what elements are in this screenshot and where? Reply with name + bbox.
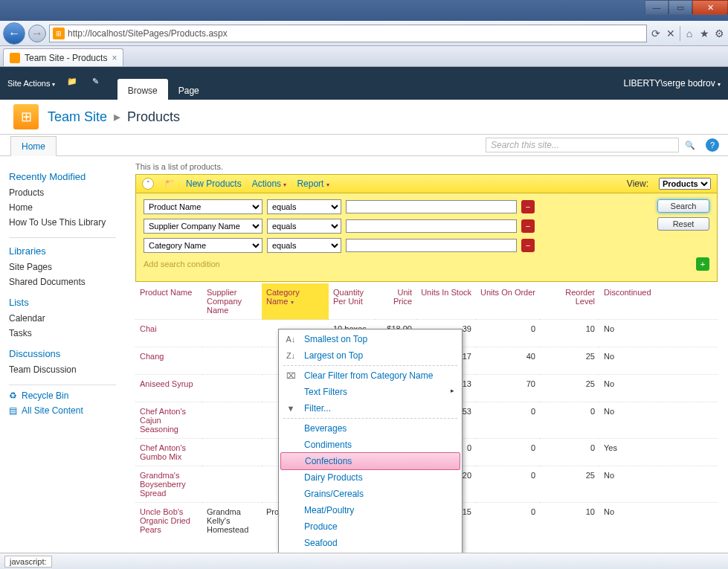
close-button[interactable]: ✕ [692,0,728,15]
add-filter-icon[interactable]: + [696,257,709,271]
tab-browse[interactable]: Browse [117,79,168,100]
col-supplier[interactable]: Supplier Company Name [202,283,262,320]
filter-field-select[interactable]: Supplier Company Name [144,219,262,234]
filter-value-input[interactable] [346,200,517,213]
favorites-icon[interactable]: ★ [698,28,710,39]
sidebar-item[interactable]: Products [9,185,116,200]
col-disc[interactable]: Discontinued [599,283,718,320]
sidebar-item[interactable]: Shared Documents [9,274,116,289]
sidebar-item[interactable]: How To Use This Library [9,215,116,230]
menu-category-item[interactable]: Produce [279,518,462,535]
col-qpu[interactable]: Quantity Per Unit [329,283,375,320]
menu-text-filters[interactable]: Text Filters▸ [279,384,462,400]
breadcrumb: Team Site ▸ Products [48,109,180,125]
home-icon[interactable]: ⌂ [683,28,695,39]
menu-category-item[interactable]: Beverages [279,420,462,437]
site-logo-icon[interactable]: ⊞ [13,104,39,129]
menu-category-item[interactable]: Confections [280,452,460,470]
sort-desc-icon: Z↓ [285,350,297,361]
sharepoint-ribbon: Site Actions 📁 ✎ Browse Page LIBERTY\ser… [0,67,728,100]
forward-button[interactable]: → [28,25,46,42]
menu-category-item[interactable]: Condiments [279,437,462,453]
tab-title: Team Site - Products [25,53,107,63]
remove-filter-icon[interactable]: − [521,239,535,252]
filter-value-input[interactable] [346,219,517,233]
cell-name[interactable]: Chef Anton's Cajun Seasoning [135,402,202,439]
tools-icon[interactable]: ⚙ [713,28,725,39]
recent-header: Recently Modified [9,171,116,182]
filter-field-select[interactable]: Category Name [144,238,262,253]
tab-close-icon[interactable]: × [112,53,117,63]
navigate-up-icon[interactable]: 📁 [67,77,80,90]
menu-category-item[interactable]: Seafood [279,535,462,551]
back-button[interactable]: ← [3,22,25,45]
filter-field-select[interactable]: Product Name [144,199,262,214]
remove-filter-icon[interactable]: − [521,219,535,233]
site-search-input[interactable]: Search this site... [486,138,679,152]
col-price[interactable]: Unit Price [375,283,416,320]
topnav-home[interactable]: Home [10,136,57,156]
cell-name[interactable]: Chef Anton's Gumbo Mix [135,439,202,466]
col-stock[interactable]: Units In Stock [416,283,476,320]
menu-sort-desc[interactable]: Z↓Largest on Top [279,347,462,364]
actions-menu[interactable]: Actions ▾ [252,179,287,189]
clear-filter-icon: ⌧ [285,370,297,382]
cell-name[interactable]: Chai [135,320,202,347]
search-icon[interactable]: 🔍 [683,138,697,152]
browser-tab[interactable]: Team Site - Products × [3,48,123,66]
browser-tabbar: Team Site - Products × [0,46,728,67]
menu-category-item[interactable]: Grains/Cereals [279,486,462,502]
sidebar-item[interactable]: Home [9,200,116,215]
cell-order: 0 [476,402,540,439]
cell-disc: No [599,402,718,439]
cell-disc: Yes [599,439,718,466]
breadcrumb-site[interactable]: Team Site [48,109,107,124]
user-menu[interactable]: LIBERTY\serge bodrov ▾ [623,78,721,89]
new-products-link[interactable]: New Products [186,179,242,189]
col-order[interactable]: Units On Order [476,283,540,320]
recycle-bin-link[interactable]: ♻Recycle Bin [9,388,116,403]
cell-name[interactable]: Aniseed Syrup [135,375,202,402]
search-button[interactable]: Search [657,199,709,213]
help-icon[interactable]: ? [706,138,719,152]
cell-name[interactable]: Grandma's Boysenberry Spread [135,466,202,503]
add-condition-link[interactable]: Add search condition [144,260,220,269]
menu-category-item[interactable]: Meat/Poultry [279,502,462,518]
all-site-content-link[interactable]: ▤All Site Content [9,403,116,418]
sidebar-item[interactable]: Team Discussion [9,362,116,377]
refresh-icon[interactable]: ⟳ [650,28,662,39]
cell-name[interactable]: Uncle Bob's Organic Dried Pears [135,503,202,539]
filter-op-select[interactable]: equals [267,238,341,253]
menu-filter[interactable]: ▼Filter... [279,400,462,417]
menu-clear-filter[interactable]: ⌧Clear Filter from Category Name [279,367,462,384]
view-selector[interactable]: Products [659,178,711,190]
sidebar-item[interactable]: Tasks [9,326,116,341]
menu-sort-asc[interactable]: A↓Smallest on Top [279,331,462,347]
sidebar-item[interactable]: Site Pages [9,260,116,274]
sidebar-item[interactable]: Calendar [9,311,116,326]
reset-button[interactable]: Reset [657,217,709,231]
col-product-name[interactable]: Product Name [135,283,202,320]
minimize-button[interactable]: — [645,0,669,15]
report-menu[interactable]: Report ▾ [297,179,329,189]
cell-order: 0 [476,320,540,347]
site-actions-menu[interactable]: Site Actions [7,79,55,88]
cell-order: 70 [476,375,540,402]
filter-op-select[interactable]: equals [267,199,341,214]
menu-category-item[interactable]: Dairy Products [279,469,462,486]
filter-op-select[interactable]: equals [267,219,341,234]
tab-page[interactable]: Page [168,79,210,100]
col-reorder[interactable]: Reorder Level [540,283,599,320]
status-bar: javascript: [0,553,728,569]
remove-filter-icon[interactable]: − [521,200,535,213]
cell-name[interactable]: Chang [135,347,202,375]
col-category[interactable]: Category Name▾ [262,283,329,320]
stop-icon[interactable]: ✕ [665,28,677,39]
address-bar[interactable]: ⊞ http://localhost/SitePages/Products.as… [49,25,647,42]
collapse-icon[interactable]: ˄ [142,178,154,190]
status-text: javascript: [4,556,52,568]
filter-value-input[interactable] [346,239,517,252]
edit-page-icon[interactable]: ✎ [92,77,106,90]
sort-asc-icon: A↓ [285,333,297,345]
maximize-button[interactable]: ▭ [669,0,692,15]
